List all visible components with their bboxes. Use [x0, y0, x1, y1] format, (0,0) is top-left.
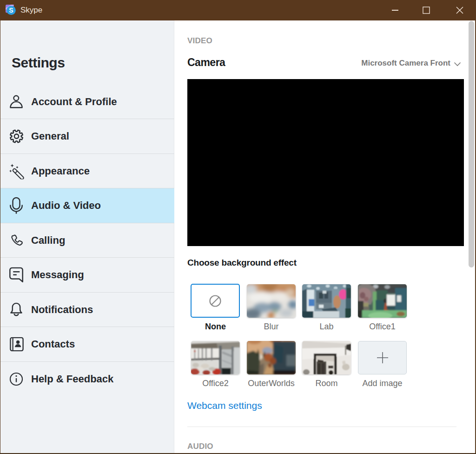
svg-text:S: S: [9, 7, 13, 14]
